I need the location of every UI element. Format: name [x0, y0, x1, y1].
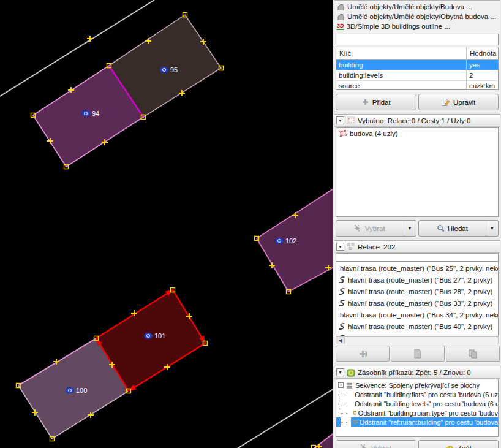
- building-label-94: 94: [81, 110, 99, 117]
- relation-item[interactable]: hlavní trasa (route_master) ("Bus 33", 2…: [336, 297, 498, 309]
- relations-panel-header: ▼ Relace: 202: [334, 241, 500, 253]
- command-sequence-label: Sekvence: Spojeny překrývající se plochy: [355, 382, 480, 389]
- tag-row-source[interactable]: source cuzk:km: [336, 81, 498, 90]
- preset-item[interactable]: 3D 3D/Simple 3D buildings outline ...: [334, 21, 500, 31]
- road-line-bottom[interactable]: [235, 388, 333, 448]
- expand-icon[interactable]: +: [338, 382, 344, 388]
- relation-item[interactable]: hlavní trasa (route_master) ("Bus 28", 2…: [336, 286, 498, 297]
- relations-panel: ▼ Relace: 202 hlavní trasa (route_master…: [334, 240, 500, 363]
- building-label-text: 101: [154, 332, 165, 340]
- tag-table-header[interactable]: Klíč Hodnota: [336, 47, 498, 60]
- cursor-icon: [361, 444, 368, 448]
- relation-item-label: hlavní trasa (route_master) ("Bus 27", 2…: [348, 276, 492, 284]
- selection-list[interactable]: budova (4 uzly): [336, 127, 499, 217]
- relation-item-label: hlavní trasa (route_master) ("Bus 40", 2…: [348, 323, 492, 330]
- sequence-icon: [345, 382, 353, 389]
- value-column-header[interactable]: Hodnota: [467, 50, 496, 57]
- key-icon: [353, 419, 358, 425]
- relation-item[interactable]: hlavní trasa (route_master) ("Bus 40", 2…: [336, 321, 498, 332]
- preset-item[interactable]: Umělé objekty/Umělé objekty/Budova ...: [334, 2, 500, 12]
- tree-connector: [341, 399, 351, 408]
- plus-icon: [361, 98, 369, 106]
- copy-icon: [468, 349, 478, 359]
- route-master-icon: [337, 299, 345, 307]
- selection-panel-header: ▼ Vybráno: Relace:0 / Cesty:1 / Uzly:0: [334, 115, 500, 127]
- selection-icon: [347, 116, 355, 124]
- command-item[interactable]: Odstranit "building:flats" pro cestu 'bu…: [336, 390, 498, 399]
- relation-item-label: hlavní trasa (route_master) ("Bus 34", 2…: [340, 311, 498, 319]
- add-tag-button[interactable]: Přidat: [336, 94, 416, 110]
- column-divider[interactable]: [466, 47, 467, 89]
- command-item[interactable]: Odstranit "building:ruian:type" pro cest…: [336, 408, 498, 417]
- relation-item[interactable]: hlavní trasa (route_master) ("Bus 25", 2…: [336, 262, 498, 274]
- tag-key: building: [336, 61, 467, 69]
- building-label-text: 95: [170, 66, 178, 74]
- relations-list[interactable]: hlavní trasa (route_master) ("Bus 25", 2…: [336, 262, 499, 336]
- tag-table: Klíč Hodnota building yes building:level…: [336, 47, 499, 90]
- preset-item[interactable]: Umělé objekty/Umělé objekty/Obytná budov…: [334, 12, 500, 21]
- relations-filter-box[interactable]: [336, 253, 499, 262]
- command-item-label: Odstranit "ref:ruian:building" pro cestu…: [360, 419, 498, 426]
- map-canvas[interactable]: 94 95 100 101 102: [0, 0, 333, 448]
- command-tree[interactable]: + Sekvence: Spojeny překrývající se ploc…: [336, 379, 499, 437]
- building-label-102: 102: [275, 237, 296, 245]
- building-label-95: 95: [160, 66, 178, 74]
- undo-button[interactable]: Zpět: [418, 440, 499, 448]
- selection-panel: ▼ Vybráno: Relace:0 / Cesty:1 / Uzly:0 b…: [334, 114, 500, 238]
- command-select-button[interactable]: Vybrat: [336, 440, 416, 448]
- relations-panel-title: Relace: 202: [358, 243, 395, 251]
- relation-icon: [347, 243, 355, 251]
- edit-tag-button[interactable]: Upravit: [418, 94, 499, 110]
- relation-item[interactable]: hlavní trasa (route_master) ("Bus 34", 2…: [336, 309, 498, 321]
- search-dropdown-arrow[interactable]: ▼: [486, 220, 499, 237]
- relation-item-label: hlavní trasa (route_master) ("Bus 28", 2…: [348, 288, 492, 295]
- membership-box[interactable]: [336, 34, 499, 45]
- relation-item-partial[interactable]: hlavní trasa (route_master) ("Bus: [336, 332, 498, 336]
- command-item-label: Odstranit "building:levels" pro cestu 'b…: [355, 400, 498, 408]
- undo-icon: [445, 444, 454, 448]
- tag-value: yes: [467, 61, 498, 69]
- command-sequence-row[interactable]: + Sekvence: Spojeny překrývající se ploc…: [336, 381, 498, 390]
- sidebar: Umělé objekty/Umělé objekty/Budova ... U…: [333, 0, 501, 448]
- relation-item[interactable]: hlavní trasa (route_master) ("Bus 27", 2…: [336, 274, 498, 286]
- building-label-101: 101: [144, 332, 165, 340]
- collapse-button[interactable]: ▼: [336, 243, 344, 251]
- command-item-selected[interactable]: Odstranit "ref:ruian:building" pro cestu…: [336, 417, 498, 427]
- address-icon: [275, 238, 284, 244]
- closed-way-icon: [338, 129, 347, 137]
- building-label-text: 102: [285, 237, 296, 245]
- new-relation-icon: [358, 349, 368, 359]
- key-icon: [353, 409, 356, 416]
- search-button-label: Hledat: [448, 225, 468, 232]
- tags-panel: Umělé objekty/Umělé objekty/Budova ... U…: [334, 0, 500, 112]
- relation-item-label: hlavní trasa (route_master) ("Bus 25", 2…: [340, 265, 498, 272]
- house-icon: [337, 3, 345, 11]
- duplicate-relation-button[interactable]: [446, 346, 500, 362]
- select-split-button: Vybrat ▼: [336, 220, 416, 237]
- collapse-button[interactable]: ▼: [336, 116, 344, 124]
- selection-panel-title: Vybráno: Relace:0 / Cesty:1 / Uzly:0: [358, 117, 470, 124]
- select-button[interactable]: Vybrat: [336, 220, 404, 237]
- command-item-label: Odstranit "building:flats" pro cestu 'bu…: [355, 391, 498, 398]
- tag-row-building-levels[interactable]: building:levels 2: [336, 70, 498, 81]
- selection-list-item[interactable]: budova (4 uzly): [336, 128, 498, 139]
- key-column-header[interactable]: Klíč: [336, 50, 467, 57]
- command-item[interactable]: Odstranit "building:levels" pro cestu 'b…: [336, 399, 498, 408]
- 3d-icon: 3D: [336, 23, 344, 30]
- edit-relation-button[interactable]: [391, 346, 445, 362]
- tag-key: building:levels: [336, 72, 467, 79]
- scroll-left-arrow[interactable]: ◀: [336, 337, 345, 344]
- new-relation-button[interactable]: [336, 346, 390, 362]
- tree-connector: [341, 390, 351, 399]
- tag-row-building[interactable]: building yes: [336, 60, 498, 70]
- horizontal-scrollbar[interactable]: ◀: [336, 336, 499, 344]
- search-button[interactable]: Hledat: [418, 220, 487, 237]
- selection-item-label: budova (4 uzly): [350, 130, 398, 137]
- house-icon: [337, 13, 345, 21]
- address-icon: [144, 333, 153, 339]
- building-label-100: 100: [66, 387, 87, 394]
- command-stack-header: ▼ Zásobník příkazů: Zpět: 5 / Znovu: 0: [334, 366, 500, 379]
- tag-key: source: [336, 82, 467, 89]
- collapse-button[interactable]: ▼: [336, 368, 344, 376]
- select-dropdown-arrow[interactable]: ▼: [404, 220, 416, 237]
